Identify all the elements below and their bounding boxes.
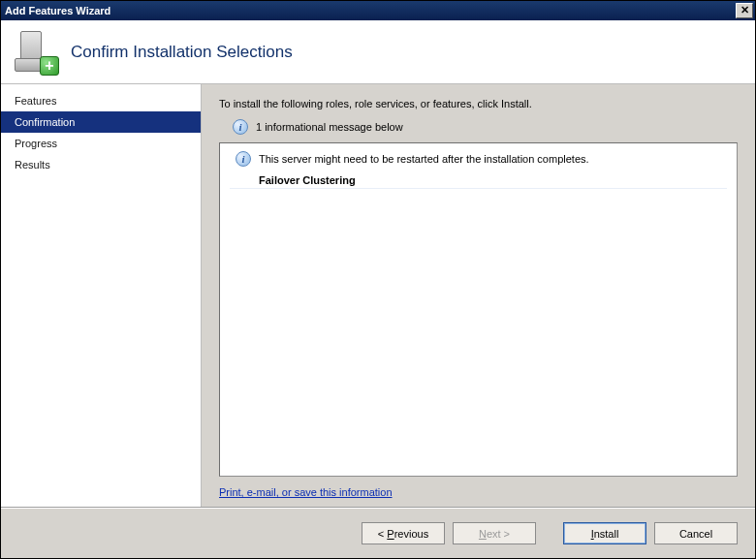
step-confirmation[interactable]: Confirmation — [1, 111, 201, 133]
info-summary-row: i 1 informational message below — [219, 119, 738, 135]
header: + Confirm Installation Selections — [1, 20, 755, 84]
footer: < Previous Next > Install Cancel — [1, 508, 755, 558]
next-button: Next > — [453, 522, 536, 544]
print-email-save-link[interactable]: Print, e-mail, or save this information — [219, 486, 393, 498]
main-panel: To install the following roles, role ser… — [202, 84, 755, 508]
intro-text: To install the following roles, role ser… — [219, 98, 738, 109]
titlebar: Add Features Wizard ✕ — [1, 1, 755, 20]
restart-notice-row: i This server might need to be restarted… — [230, 149, 727, 171]
sidebar: Features Confirmation Progress Results — [1, 84, 202, 508]
plus-icon: + — [40, 56, 59, 76]
export-link-row: Print, e-mail, or save this information — [219, 477, 738, 498]
close-button[interactable]: ✕ — [736, 3, 753, 18]
page-title: Confirm Installation Selections — [71, 43, 293, 62]
step-progress[interactable]: Progress — [1, 133, 201, 154]
info-icon: i — [233, 119, 248, 135]
install-button[interactable]: Install — [563, 522, 646, 544]
wizard-icon: + — [15, 31, 57, 74]
step-results[interactable]: Results — [1, 154, 201, 175]
info-summary-text: 1 informational message below — [256, 121, 403, 133]
cancel-button[interactable]: Cancel — [654, 522, 738, 544]
step-features[interactable]: Features — [1, 90, 201, 111]
previous-button[interactable]: < Previous — [362, 522, 445, 544]
body: Features Confirmation Progress Results T… — [1, 84, 755, 508]
feature-item: Failover Clustering — [230, 171, 727, 189]
selections-box: i This server might need to be restarted… — [219, 142, 738, 477]
restart-notice-text: This server might need to be restarted a… — [259, 153, 589, 165]
window-title: Add Features Wizard — [5, 5, 736, 16]
wizard-window: Add Features Wizard ✕ + Confirm Installa… — [0, 0, 756, 559]
info-icon: i — [236, 151, 251, 167]
